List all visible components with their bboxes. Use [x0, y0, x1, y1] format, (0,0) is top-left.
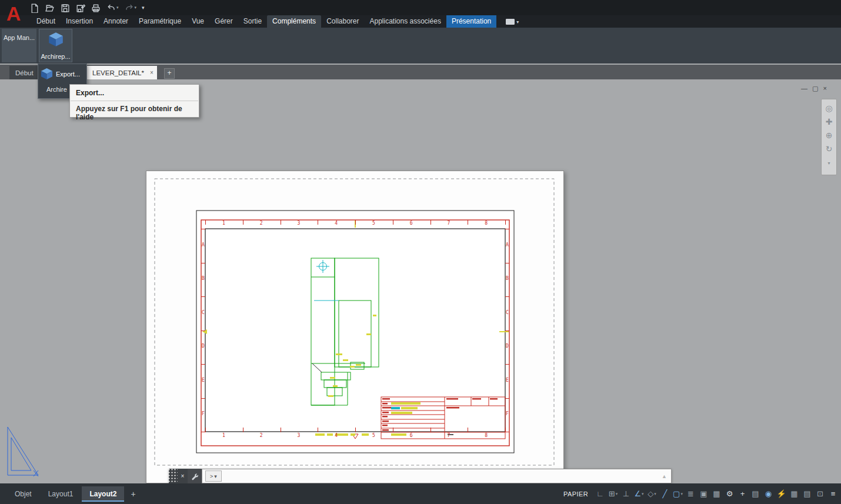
ortho-icon[interactable]: ⊥ — [620, 489, 632, 498]
viewport-close-button[interactable]: × — [823, 85, 826, 92]
tooltip-title: Export... — [70, 85, 199, 101]
undo-icon[interactable]: ▾ — [105, 2, 120, 14]
frame-tick — [243, 428, 243, 432]
viewport-minimize-button[interactable]: — — [801, 85, 807, 92]
command-bar-drag-handle-icon[interactable] — [169, 469, 178, 483]
zoom-icon[interactable]: ⊕ — [826, 131, 833, 139]
command-bar-customize-button[interactable] — [188, 469, 202, 483]
viewport-window-controls: — ▢ × — [801, 85, 827, 92]
grid-snap-icon-caret[interactable]: ▾ — [616, 492, 618, 496]
command-prompt-icon: > — [210, 473, 213, 479]
frame-number-bottom: 6 — [410, 433, 413, 438]
frame-tick — [205, 220, 206, 225]
frame-letter-right: A — [506, 242, 509, 248]
ribbon-tab-insertion[interactable]: Insertion — [61, 15, 98, 28]
plot-icon[interactable] — [89, 2, 102, 14]
frame-letter-left: A — [202, 242, 205, 248]
new-layout-button[interactable]: + — [125, 487, 141, 501]
frame-number-bottom: 4 — [335, 433, 338, 438]
export-menu-item-label: Export... — [56, 71, 80, 78]
pan-icon[interactable]: ✚ — [826, 118, 833, 126]
navigation-wheel-icon[interactable]: ◎ — [825, 104, 832, 112]
ribbon-tab-presentation[interactable]: Présentation — [446, 15, 496, 28]
grid-snap-icon[interactable]: ⊞▾ — [607, 489, 619, 498]
ribbon-tab-annoter[interactable]: Annoter — [98, 15, 134, 28]
frame-number-top: 1 — [222, 221, 225, 226]
file-tab-lever-detail[interactable]: LEVER_DETAIL* × — [86, 66, 157, 79]
selection-cycling-icon[interactable]: ▦ — [710, 489, 723, 498]
cube-icon — [48, 32, 64, 47]
frame-tick — [505, 220, 506, 225]
customization-menu-icon[interactable]: ≡ — [827, 489, 839, 498]
redo-icon[interactable]: ▾ — [123, 2, 138, 14]
open-file-icon[interactable] — [44, 2, 56, 14]
ucs-icon[interactable]: ∟ — [594, 489, 606, 498]
isodraft-icon-caret[interactable]: ▾ — [654, 492, 656, 496]
ribbon-display-toggle-icon[interactable]: ▾ — [506, 19, 519, 28]
save-as-icon[interactable] — [74, 2, 86, 14]
frame-tick — [355, 428, 356, 432]
frame-number-top: 8 — [485, 221, 488, 226]
frame-tick — [355, 220, 356, 225]
archirep-button[interactable]: Archirep... — [39, 29, 72, 62]
viewport-restore-button[interactable]: ▢ — [812, 85, 818, 92]
tray-settings-icon[interactable]: ▤ — [749, 489, 762, 498]
plot-status-icon[interactable]: ▤ — [801, 489, 813, 498]
frame-tick — [318, 220, 318, 225]
annotation-scale-add-icon[interactable]: + — [736, 489, 749, 498]
file-tab-debut-label: Début — [15, 69, 34, 76]
ribbon-tab-vue[interactable]: Vue — [186, 15, 209, 28]
frame-letter-right: C — [506, 310, 509, 315]
new-file-icon[interactable] — [28, 2, 41, 14]
polar-tracking-icon[interactable]: ∠▾ — [633, 489, 645, 498]
layout-drawing — [146, 171, 563, 483]
qat-customize-icon[interactable]: ▾ — [141, 4, 146, 11]
polar-tracking-icon-caret[interactable]: ▾ — [642, 492, 644, 496]
ribbon-tab-applications-associees[interactable]: Applications associées — [364, 15, 446, 28]
ribbon-tab-gerer[interactable]: Gérer — [209, 15, 238, 28]
frame-tick — [393, 428, 393, 432]
layout-tab-layout2[interactable]: Layout2 — [82, 486, 124, 502]
save-icon[interactable] — [59, 2, 71, 14]
annotation-monitor-icon[interactable]: ▣ — [698, 489, 710, 498]
file-tab-close-icon[interactable]: × — [150, 69, 153, 76]
command-input-area[interactable]: > ▾ ▲ — [202, 469, 672, 483]
navbar-caret-icon[interactable]: ▾ — [827, 159, 830, 168]
command-line-palette: × > ▾ ▲ — [169, 469, 672, 483]
frame-tick — [430, 220, 431, 225]
ribbon-tab-debut[interactable]: Début — [31, 15, 61, 28]
layout-tab-layout1[interactable]: Layout1 — [41, 486, 81, 502]
autocad-logo-icon[interactable]: A — [2, 1, 25, 26]
frame-number-top: 2 — [260, 221, 263, 226]
bottom-bar: ObjetLayout1Layout2+ PAPIER ∟⊞▾⊥∠▾◇▾╱▢▾≣… — [0, 483, 841, 504]
command-history-arrow-icon[interactable]: ▲ — [662, 473, 668, 479]
object-snap-icon-caret[interactable]: ▾ — [680, 492, 683, 496]
lineweight-icon[interactable]: ≣ — [685, 489, 697, 498]
clean-screen-icon[interactable]: ⊡ — [814, 489, 826, 498]
graphics-performance-icon[interactable]: ⚡ — [775, 489, 787, 498]
app-manager-panel[interactable]: App Man... — [2, 29, 36, 62]
plot-preview-icon[interactable]: ▦ — [788, 489, 800, 498]
isolate-objects-icon[interactable]: ◉ — [762, 489, 775, 498]
orbit-icon[interactable]: ↻ — [826, 145, 833, 153]
command-bar-close-icon[interactable]: × — [178, 469, 188, 483]
osnap-tracking-icon[interactable]: ╱ — [659, 489, 671, 498]
recent-commands-button[interactable]: > ▾ — [205, 470, 222, 482]
workspace-gear-icon[interactable]: ⚙ — [723, 489, 736, 498]
wrench-icon — [191, 472, 199, 480]
isodraft-icon[interactable]: ◇▾ — [646, 489, 658, 498]
paper-space-label[interactable]: PAPIER — [563, 490, 588, 498]
frame-tick — [201, 296, 205, 297]
frame-letter-right: F — [506, 411, 509, 416]
ribbon-tab-sortie[interactable]: Sortie — [238, 15, 267, 28]
ribbon-tab-collaborer[interactable]: Collaborer — [321, 15, 364, 28]
paper-sheet[interactable]: 1234567812345678ABCDEFABCDEF — [146, 171, 564, 483]
object-snap-icon[interactable]: ▢▾ — [672, 489, 684, 498]
ribbon-tab-complements[interactable]: Compléments — [267, 15, 321, 28]
command-input[interactable] — [225, 472, 659, 481]
export-menu-item[interactable]: Export... — [38, 64, 86, 84]
ribbon-tab-parametrique[interactable]: Paramétrique — [134, 15, 186, 28]
new-file-tab-button[interactable]: + — [164, 68, 175, 79]
layout-tab-objet[interactable]: Objet — [7, 486, 39, 502]
frame-tick — [201, 263, 205, 263]
